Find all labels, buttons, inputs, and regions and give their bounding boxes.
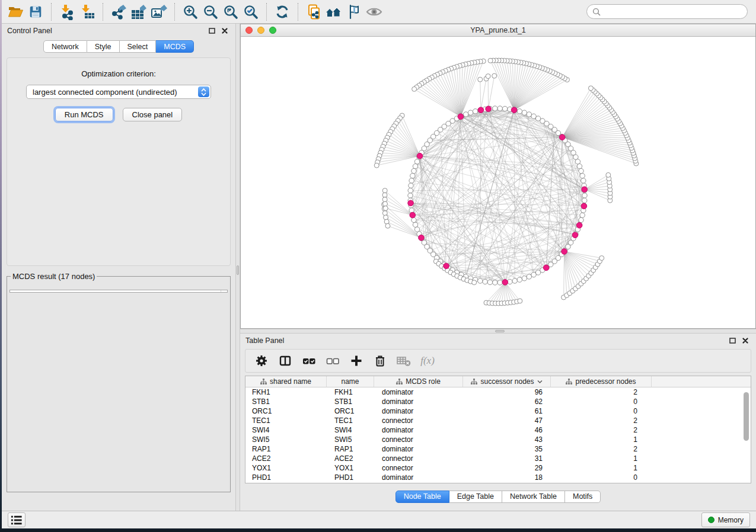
table-toolbar: f(x) — [245, 349, 751, 373]
tab-motifs[interactable]: Motifs — [565, 491, 601, 503]
export-table-button[interactable] — [129, 2, 149, 21]
table-row[interactable]: ACE2ACE2connector311 — [245, 454, 751, 463]
table-cell: 43 — [463, 435, 551, 444]
table-row[interactable]: TEC1TEC1connector472 — [245, 416, 751, 425]
save-session-button[interactable] — [25, 2, 46, 21]
unselect-all-columns-button[interactable] — [324, 352, 342, 370]
toolbar-separator — [174, 3, 175, 21]
splitter-handle[interactable] — [495, 330, 505, 332]
control-panel-title: Control Panel — [7, 27, 52, 35]
column-header-predecessor-nodes[interactable]: predecessor nodes — [551, 376, 652, 387]
tab-mcds[interactable]: MCDS — [156, 40, 194, 53]
import-network-icon — [59, 4, 75, 20]
memory-button[interactable]: Memory — [701, 512, 750, 527]
tab-style[interactable]: Style — [87, 40, 120, 53]
table-cell: 29 — [463, 464, 551, 472]
import-table-button[interactable] — [77, 2, 97, 21]
tab-node-table[interactable]: Node Table — [395, 491, 449, 503]
show-column-panel-button[interactable] — [276, 352, 294, 370]
table-scrollbar-thumb[interactable] — [744, 392, 749, 441]
show-all-button[interactable] — [364, 2, 384, 21]
column-header-name[interactable]: name — [327, 376, 374, 387]
table-cell: dominator — [374, 398, 463, 406]
run-mcds-button[interactable]: Run MCDS — [55, 108, 113, 121]
table-cell: dominator — [374, 445, 463, 453]
float-panel-button[interactable] — [206, 26, 217, 36]
horizontal-splitter[interactable] — [240, 329, 756, 334]
tab-select[interactable]: Select — [120, 40, 157, 53]
zoom-selected-icon — [243, 4, 259, 20]
optimization-criterion-select[interactable]: largest connected component (undirected) — [26, 85, 211, 99]
network-canvas[interactable] — [241, 37, 755, 328]
delete-column-button[interactable] — [371, 352, 389, 370]
zoom-fit-button[interactable] — [221, 2, 241, 21]
column-header-shared-name[interactable]: shared name — [245, 376, 327, 387]
table-cell: 62 — [463, 398, 551, 406]
table-cell: PHD1 — [327, 473, 374, 482]
control-panel: Control Panel Network Style Select MCDS … — [2, 24, 235, 511]
hide-selected-button[interactable] — [344, 2, 364, 21]
table-body: FKH1FKH1dominator962STB1STB1dominator620… — [245, 387, 751, 482]
save-floppy-icon — [28, 4, 43, 20]
close-table-panel-button[interactable] — [740, 336, 751, 345]
float-table-panel-button[interactable] — [727, 336, 738, 345]
splitter-handle[interactable] — [237, 265, 239, 275]
tab-network[interactable]: Network — [43, 40, 87, 53]
table-row[interactable]: PHD1PHD1dominator180 — [245, 473, 751, 482]
table-cell: YOX1 — [327, 464, 374, 472]
close-panel-mcds-button[interactable]: Close panel — [123, 108, 183, 121]
table-row[interactable]: SWI5SWI5connector431 — [245, 435, 751, 444]
search-input[interactable] — [604, 6, 741, 18]
table-row[interactable]: ORC1ORC1dominator610 — [245, 406, 751, 416]
open-session-button[interactable] — [5, 2, 25, 21]
vertical-splitter[interactable] — [235, 24, 240, 511]
tab-edge-table[interactable]: Edge Table — [449, 491, 502, 503]
window-minimize-traffic-light[interactable] — [257, 27, 264, 34]
table-cell: 46 — [463, 426, 551, 434]
window-zoom-traffic-light[interactable] — [269, 27, 276, 34]
table-row[interactable]: RAP1RAP1dominator352 — [245, 444, 751, 454]
mcds-options-box: Optimization criterion: largest connecte… — [7, 57, 231, 266]
optimization-criterion-label: Optimization criterion: — [7, 69, 230, 78]
right-column: YPA_prune.txt_1 Table Panel — [240, 24, 756, 511]
delete-table-button[interactable] — [395, 352, 413, 370]
table-cell: 2 — [551, 445, 652, 453]
table-cell: 0 — [551, 473, 652, 482]
refresh-icon — [274, 4, 291, 20]
zoom-selected-button[interactable] — [241, 2, 261, 21]
task-history-button[interactable] — [8, 512, 25, 527]
network-graph[interactable] — [241, 37, 755, 328]
table-cell: connector — [374, 435, 463, 444]
column-label: name — [341, 377, 359, 386]
table-panel-tabs: Node Table Edge Table Network Table Moti… — [240, 486, 756, 507]
search-box[interactable] — [586, 4, 748, 19]
table-row[interactable]: FKH1FKH1dominator962 — [245, 387, 751, 397]
window-close-traffic-light[interactable] — [245, 27, 253, 34]
export-network-icon — [110, 4, 127, 20]
mcds-result-list[interactable]: PHD1CAR1STP4TID3YOX1SWI4SRD1PMA2FKH1ACE2… — [9, 290, 228, 293]
table-row[interactable]: SWI4SWI4dominator462 — [245, 425, 751, 435]
tab-network-table[interactable]: Network Table — [502, 491, 565, 503]
list-scrollbar-track[interactable] — [221, 290, 227, 292]
column-header-successor-nodes[interactable]: successor nodes — [463, 376, 551, 387]
export-image-button[interactable] — [149, 2, 169, 21]
table-row[interactable]: STB1STB1dominator620 — [245, 397, 751, 406]
close-panel-button[interactable] — [219, 26, 230, 36]
function-builder-button[interactable]: f(x) — [419, 352, 436, 370]
table-settings-button[interactable] — [253, 352, 270, 370]
network-window-titlebar[interactable]: YPA_prune.txt_1 — [241, 24, 755, 37]
export-network-button[interactable] — [109, 2, 129, 21]
create-column-button[interactable] — [347, 352, 365, 370]
mcds-result-item[interactable]: PHD1 — [14, 292, 227, 293]
zoom-out-button[interactable] — [200, 2, 221, 21]
table-cell: 0 — [551, 407, 652, 415]
column-header-mcds-role[interactable]: MCDS role — [374, 376, 463, 387]
refresh-button[interactable] — [272, 2, 292, 21]
import-network-button[interactable] — [57, 2, 77, 21]
table-row[interactable]: YOX1YOX1connector291 — [245, 463, 751, 473]
select-all-columns-button[interactable] — [300, 352, 318, 370]
zoom-in-button[interactable] — [180, 2, 200, 21]
new-network-from-selection-button[interactable] — [304, 2, 324, 21]
show-all-eye-icon — [365, 4, 383, 20]
first-neighbors-button[interactable] — [324, 2, 344, 21]
